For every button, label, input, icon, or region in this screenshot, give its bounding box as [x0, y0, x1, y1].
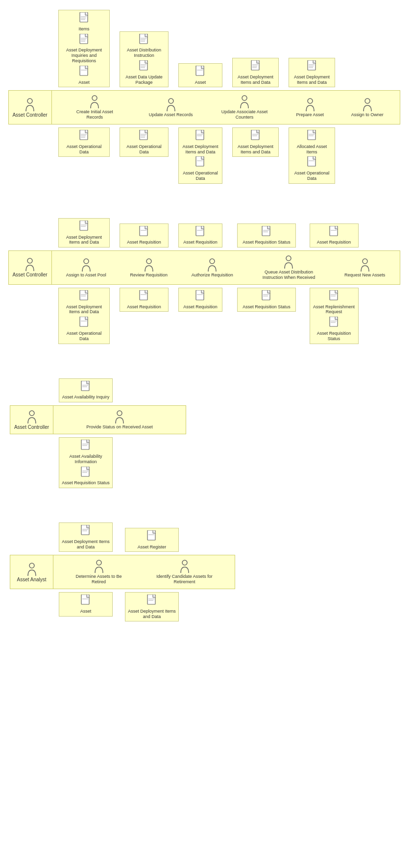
input-box: Items Asset Deployment Inquiries and Req… [58, 10, 110, 87]
input-col-3: Asset Requisition Status [229, 223, 305, 251]
task-item: Review Requisition [130, 258, 168, 278]
doc-icon [195, 226, 206, 240]
doc-icon [139, 226, 149, 240]
output-col-1: Asset Operational Data [116, 124, 172, 157]
output-label: Asset Deployment Items and Data [128, 609, 176, 620]
task-icon [143, 258, 155, 273]
output-label: Asset Operational Data [292, 171, 332, 181]
output-label: Allocated Asset Items [292, 144, 332, 155]
input-label: Asset Availability Inquiry [62, 395, 109, 400]
tasks-row: Determine Assets to Be Retired Identify … [53, 555, 235, 589]
doc-icon [307, 156, 317, 171]
input-col-0: Asset Deployment Items and Data [52, 218, 116, 250]
input-col-1: Asset Requisition [116, 223, 172, 251]
output-label: Asset Operational Data [61, 144, 107, 155]
output-box: Asset Operational Data [58, 127, 110, 157]
output-col-3: Asset Requisition Status [229, 285, 305, 312]
input-label: Asset Requisition [183, 240, 218, 245]
input-col-1: Asset Register [118, 528, 186, 555]
input-box: Asset Deployment Items and Data [232, 58, 279, 87]
output-box: Asset Deployment Items and Data [232, 127, 279, 157]
task-item: Determine Assets to Be Retired [72, 559, 126, 585]
output-label: Asset [80, 609, 92, 614]
input-box: Asset Availability Inquiry [59, 378, 113, 403]
output-label: Asset Deployment Items and Data [235, 144, 276, 155]
svg-point-33 [365, 99, 370, 103]
doc-icon [195, 130, 206, 144]
actor-cell: Asset Controller [10, 406, 53, 434]
doc-icon [80, 525, 91, 539]
task-icon [359, 258, 371, 273]
svg-point-71 [286, 256, 291, 261]
input-box: Asset Deployment Items and Data [59, 522, 113, 552]
output-box: Asset Requisition [120, 288, 169, 312]
output-label: Asset Replenishment Request [313, 304, 356, 315]
input-box: Asset [178, 63, 222, 88]
input-box: Asset Requisition [310, 223, 359, 248]
doc-icon [80, 467, 91, 481]
task-label: Prepare Asset [296, 112, 324, 118]
output-col-0: Asset [54, 589, 118, 617]
swimlane-4: Asset Analyst Determine Assets to Be Ret… [10, 555, 235, 589]
section2-outputs: Asset Deployment Items and Data Asset Op… [52, 285, 405, 344]
svg-point-30 [169, 99, 173, 103]
swimlane-2: Asset Controller Assign to Asset Pool Re… [8, 250, 400, 285]
input-box: Asset Distribution Instruction Asset Dat… [120, 31, 169, 88]
svg-point-32 [308, 99, 313, 103]
doc-icon [195, 66, 206, 80]
doc-icon [139, 60, 149, 74]
doc-icon [146, 530, 157, 545]
input-label: Asset Deployment Items and Data [62, 539, 110, 550]
input-box: Asset Register [125, 528, 179, 552]
output-box: Asset Requisition Status [237, 288, 296, 312]
svg-point-109 [182, 560, 187, 565]
input-label: Asset Register [138, 545, 167, 550]
output-label: Asset Requisition Status [243, 304, 291, 310]
doc-icon [307, 60, 317, 74]
tasks-row: Assign to Asset Pool Review Requisition … [52, 251, 400, 284]
output-label: Asset Requisition Status [313, 331, 356, 342]
section2-inputs: Asset Deployment Items and Data Asset Re… [52, 218, 405, 250]
input-label: Asset Deployment Inquiries and Requisiti… [61, 48, 107, 63]
svg-point-29 [92, 96, 97, 100]
task-item: Authorize Requisition [192, 258, 233, 278]
output-box: Asset Operational Data [120, 127, 169, 157]
doc-icon [146, 595, 157, 609]
input-label: Asset Requisition [127, 240, 161, 245]
doc-icon [329, 226, 340, 240]
output-col-0: Asset Deployment Items and Data Asset Op… [52, 285, 116, 344]
output-col-4: Asset Replenishment Request Asset Requis… [305, 285, 364, 344]
task-label: Create Initial Asset Records [68, 109, 121, 120]
section3-inputs: Asset Availability Inquiry [54, 378, 206, 406]
output-box: Asset Deployment Items and Data Asset Op… [58, 288, 110, 344]
task-item: Assign to Owner [351, 98, 384, 118]
input-col-2: Asset [172, 63, 229, 91]
actor-icon [26, 410, 38, 424]
task-icon [179, 559, 191, 574]
task-icon [93, 559, 105, 574]
output-label: Asset Deployment Items and Data [61, 304, 107, 315]
svg-point-67 [27, 258, 32, 263]
input-label: Asset Deployment Items and Data [292, 74, 332, 85]
doc-icon [79, 290, 90, 304]
svg-point-68 [84, 259, 89, 264]
section1-outputs: Asset Operational Data Asset Operational… [52, 124, 405, 184]
input-label: Asset Requisition Status [243, 240, 291, 245]
task-label: Queue Asset Distribution Instruction Whe… [257, 270, 320, 280]
input-col-1: Asset Distribution Instruction Asset Dat… [116, 31, 172, 91]
doc-icon [261, 290, 272, 304]
section-3: Asset Availability Inquiry Asset Control… [10, 378, 206, 489]
svg-point-95 [117, 411, 122, 416]
task-item: Update Asset Records [149, 98, 193, 118]
task-item: Provide Status on Received Asset [86, 410, 153, 430]
task-item: Assign to Asset Pool [66, 258, 106, 278]
task-label: Review Requisition [130, 273, 168, 278]
doc-icon [261, 226, 272, 240]
svg-point-72 [363, 259, 367, 264]
input-box: Asset Requisition Status [237, 223, 296, 248]
task-label: Authorize Requisition [192, 273, 233, 278]
task-label: Request New Assets [344, 273, 385, 278]
task-item: Prepare Asset [296, 98, 324, 118]
doc-icon [79, 221, 90, 235]
output-label: Asset Requisition [127, 304, 161, 310]
